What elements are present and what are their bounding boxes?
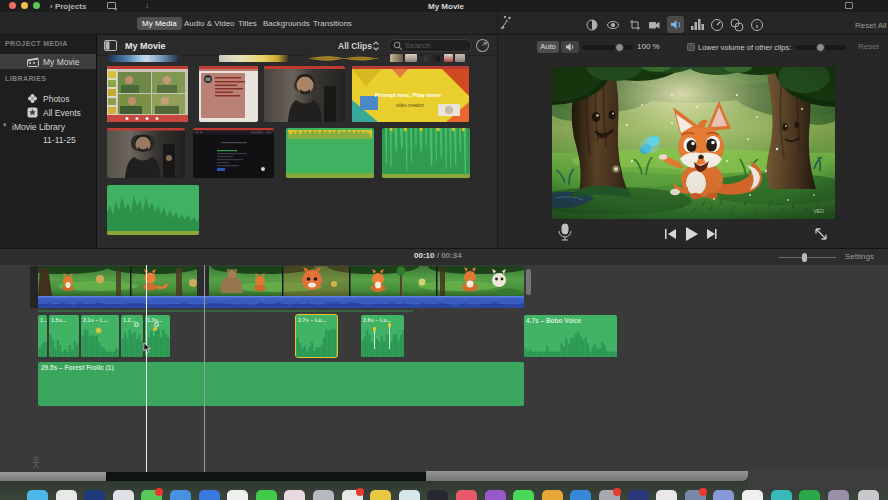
svg-text:video creation: video creation: [396, 103, 425, 108]
svg-text:Prompt less, Play more: Prompt less, Play more: [375, 92, 442, 98]
svg-text:VEO: VEO: [813, 208, 824, 214]
svg-text:Reset All: Reset All: [855, 21, 887, 30]
